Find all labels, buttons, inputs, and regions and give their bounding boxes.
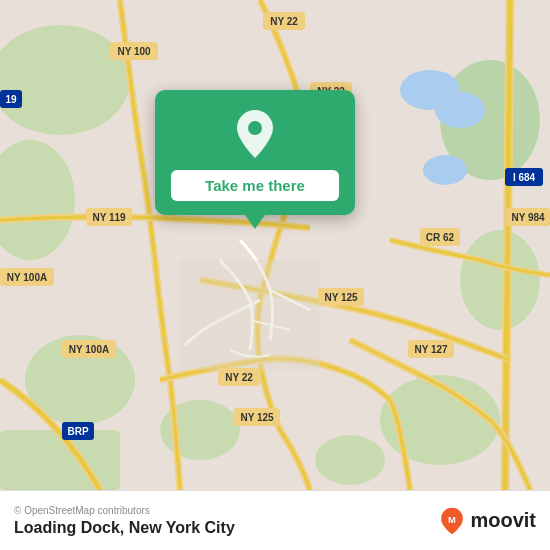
svg-text:BRP: BRP [67, 426, 88, 437]
svg-text:NY 119: NY 119 [92, 212, 126, 223]
svg-point-11 [435, 92, 485, 128]
svg-text:NY 22: NY 22 [270, 16, 298, 27]
moovit-pin-icon: M [438, 507, 466, 535]
popup-card: Take me there [155, 90, 355, 215]
bottom-bar: © OpenStreetMap contributors Loading Doc… [0, 490, 550, 550]
svg-text:NY 125: NY 125 [240, 412, 274, 423]
svg-point-46 [248, 121, 262, 135]
svg-point-8 [315, 435, 385, 485]
svg-rect-13 [180, 260, 320, 370]
svg-text:NY 100A: NY 100A [69, 344, 109, 355]
svg-text:M: M [449, 514, 457, 524]
location-name: Loading Dock, New York City [14, 519, 235, 537]
take-me-there-button[interactable]: Take me there [171, 170, 339, 201]
svg-text:NY 100A: NY 100A [7, 272, 47, 283]
location-pin-icon [229, 108, 281, 160]
svg-text:NY 984: NY 984 [511, 212, 545, 223]
svg-text:19: 19 [5, 94, 17, 105]
copyright-text: © OpenStreetMap contributors [14, 505, 235, 516]
svg-point-4 [460, 230, 540, 330]
moovit-brand-text: moovit [470, 509, 536, 532]
svg-text:NY 127: NY 127 [414, 344, 448, 355]
bottom-info: © OpenStreetMap contributors Loading Doc… [14, 505, 235, 537]
map-background: NY 22 NY 100 NY 22 NY 119 NY 100A NY 100… [0, 0, 550, 490]
svg-text:CR 62: CR 62 [426, 232, 455, 243]
svg-text:NY 22: NY 22 [225, 372, 253, 383]
svg-text:NY 100: NY 100 [117, 46, 151, 57]
svg-text:NY 125: NY 125 [324, 292, 358, 303]
svg-text:I 684: I 684 [513, 172, 536, 183]
map-container: NY 22 NY 100 NY 22 NY 119 NY 100A NY 100… [0, 0, 550, 490]
svg-point-12 [423, 155, 467, 185]
moovit-logo: M moovit [438, 507, 536, 535]
